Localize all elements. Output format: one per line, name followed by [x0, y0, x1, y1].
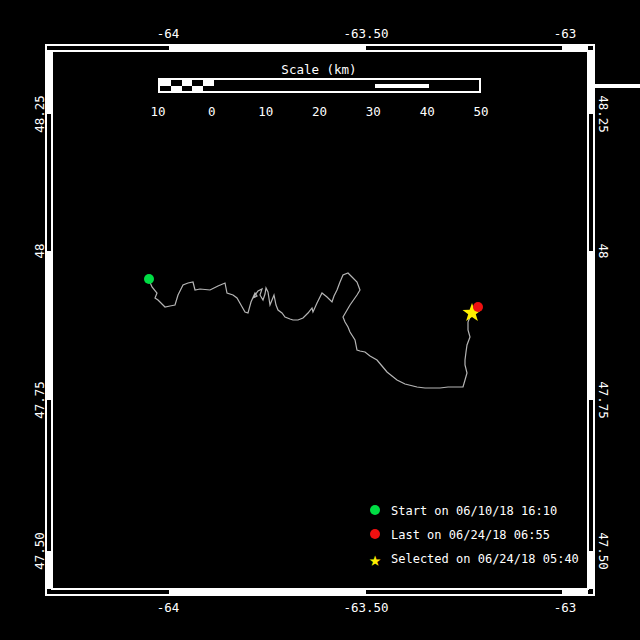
legend-item-label: Selected on 06/24/18 05:40 — [391, 552, 579, 566]
legend-start-dot-icon — [370, 505, 380, 515]
last-position-marker — [473, 302, 483, 312]
start-position-marker — [144, 274, 154, 284]
track-layer — [0, 0, 640, 640]
track-map-plot: -64-63.50-63-64-63.50-6348.254847.7547.5… — [0, 0, 640, 640]
track-path — [149, 273, 476, 388]
legend-item-label: Last on 06/24/18 06:55 — [391, 528, 550, 542]
legend-item-label: Start on 06/10/18 16:10 — [391, 504, 557, 518]
legend-last-dot-icon — [370, 529, 380, 539]
